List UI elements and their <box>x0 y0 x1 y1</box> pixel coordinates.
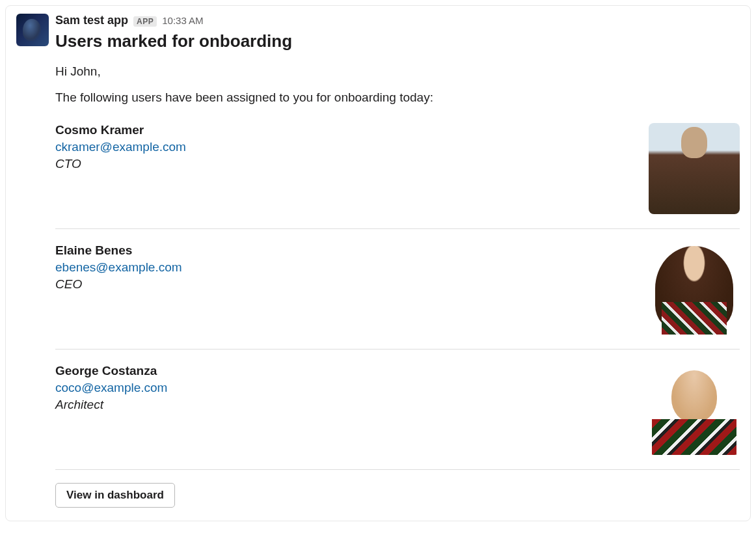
user-info: Elaine Benes ebenes@example.com CEO <box>55 243 636 292</box>
app-avatar-icon[interactable] <box>16 14 49 46</box>
view-dashboard-button[interactable]: View in dashboard <box>55 483 175 508</box>
message-header: Sam test app APP 10:33 AM Users marked f… <box>16 14 740 64</box>
user-role: Architect <box>55 398 636 412</box>
user-section: Cosmo Kramer ckramer@example.com CTO <box>55 123 740 229</box>
user-section: George Costanza coco@example.com Archite… <box>55 364 740 470</box>
user-email-link[interactable]: ckramer@example.com <box>55 140 636 154</box>
intro-text: The following users have been assigned t… <box>55 90 740 105</box>
greeting-text: Hi John, <box>55 64 740 79</box>
slack-message: Sam test app APP 10:33 AM Users marked f… <box>5 5 751 521</box>
message-timestamp[interactable]: 10:33 AM <box>162 15 203 26</box>
user-avatar-icon[interactable] <box>649 243 740 335</box>
user-role: CEO <box>55 277 636 292</box>
user-email-link[interactable]: coco@example.com <box>55 381 636 395</box>
message-title: Users marked for onboarding <box>55 31 740 51</box>
user-info: Cosmo Kramer ckramer@example.com CTO <box>55 123 636 171</box>
user-avatar-icon[interactable] <box>649 123 740 214</box>
user-name: Cosmo Kramer <box>55 123 636 137</box>
user-name: Elaine Benes <box>55 243 636 258</box>
user-name: George Costanza <box>55 364 636 378</box>
message-body: Hi John, The following users have been a… <box>55 64 740 508</box>
user-info: George Costanza coco@example.com Archite… <box>55 364 636 412</box>
header-meta: Sam test app APP 10:33 AM <box>55 14 740 27</box>
user-section: Elaine Benes ebenes@example.com CEO <box>55 243 740 349</box>
app-name[interactable]: Sam test app <box>55 14 128 27</box>
app-badge: APP <box>133 16 157 27</box>
user-role: CTO <box>55 157 636 171</box>
user-email-link[interactable]: ebenes@example.com <box>55 260 636 275</box>
user-avatar-icon[interactable] <box>649 364 740 455</box>
